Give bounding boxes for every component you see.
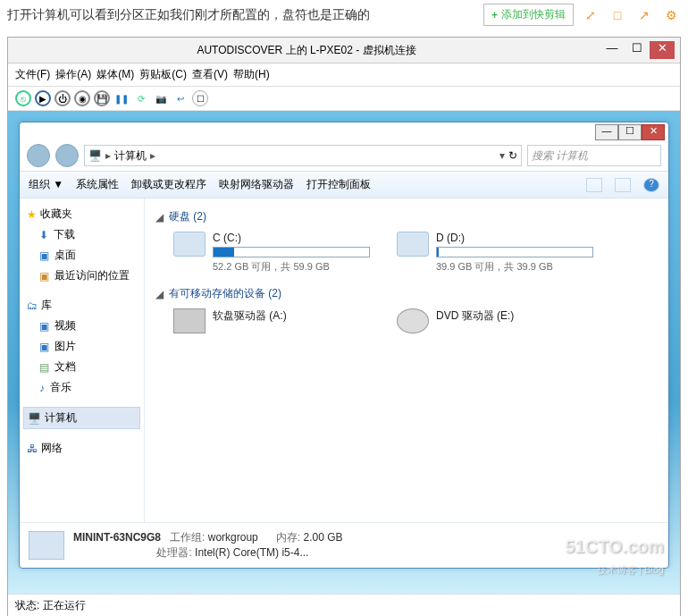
vm-statusbar: 状态: 正在运行 [8, 594, 680, 616]
star-icon: ★ [27, 208, 37, 221]
drive-e-name: DVD 驱动器 (E:) [436, 308, 593, 324]
caption-row: 打开计算机可以看到分区正如我们刚才所配置的，盘符也是正确的 + 添加到快剪辑 ⤢… [0, 0, 688, 30]
refresh-icon[interactable]: ↻ [508, 149, 517, 162]
cpu-value: Intel(R) Core(TM) i5-4... [195, 546, 308, 559]
library-icon: 🗂 [27, 300, 38, 312]
sidebar-pictures[interactable]: ▣图片 [23, 336, 140, 357]
revert-icon[interactable]: ↩ [172, 90, 189, 106]
memory-value: 2.00 GB [303, 531, 342, 544]
chevron-down-icon: ◢ [155, 288, 164, 300]
watermark-main: 51CTO.com [565, 536, 664, 557]
control-panel-button[interactable]: 打开控制面板 [306, 177, 371, 192]
expand-icon[interactable]: ⤢ [581, 5, 600, 25]
nav-pane: ★收藏夹 ⬇下载 ▣桌面 ▣最近访问的位置 🗂库 ▣视频 ▣图片 ▤文档 ♪音乐… [20, 198, 145, 522]
export-icon[interactable]: ↗ [634, 5, 654, 25]
explorer-maximize-button[interactable]: ☐ [618, 124, 642, 140]
explorer-window: — ☐ ✕ 🖥️ ▸ 计算机 ▸ ▾ ↻ 搜索 计算机 [19, 122, 669, 569]
menu-media[interactable]: 媒体(M) [96, 67, 134, 82]
nav-forward-button[interactable] [55, 144, 79, 167]
sidebar-documents[interactable]: ▤文档 [23, 357, 140, 377]
guest-desktop: — ☐ ✕ 🖥️ ▸ 计算机 ▸ ▾ ↻ 搜索 计算机 [8, 111, 680, 594]
status-label: 状态: [15, 599, 39, 612]
hdd-icon [397, 232, 429, 257]
drive-e[interactable]: DVD 驱动器 (E:) [397, 308, 593, 333]
content-pane: ◢硬盘 (2) C (C:) 52.2 GB 可用，共 59.9 GB [145, 198, 668, 522]
reset-icon[interactable]: ⟳ [133, 90, 149, 106]
menu-view[interactable]: 查看(V) [192, 67, 228, 82]
desktop-icon: ▣ [39, 249, 49, 262]
music-icon: ♪ [39, 382, 45, 394]
help-icon[interactable]: ? [643, 178, 659, 192]
command-bar: 组织 ▼ 系统属性 卸载或更改程序 映射网络驱动器 打开控制面板 ? [20, 171, 668, 198]
map-network-button[interactable]: 映射网络驱动器 [219, 177, 294, 192]
shutdown-icon[interactable]: ◉ [74, 90, 90, 106]
chevron-down-icon[interactable]: ▾ [499, 149, 505, 162]
watermark-sub: 技术博客 | Blog [597, 564, 664, 575]
computer-icon: 🖥️ [28, 412, 41, 425]
vm-toolbar: ⎋ ▶ ⏻ ◉ 💾 ❚❚ ⟳ 📷 ↩ ☐ [8, 87, 680, 111]
sidebar-network[interactable]: 🖧网络 [23, 438, 140, 459]
start-icon[interactable]: ▶ [35, 90, 51, 106]
breadcrumb-computer[interactable]: 计算机 [114, 148, 147, 164]
vm-minimize-button[interactable]: — [600, 41, 625, 59]
organize-button[interactable]: 组织 ▼ [29, 177, 63, 192]
caption-text: 打开计算机可以看到分区正如我们刚才所配置的，盘符也是正确的 [7, 7, 370, 23]
memory-label: 内存: [276, 531, 300, 544]
drive-d[interactable]: D (D:) 39.9 GB 可用，共 39.9 GB [397, 232, 593, 274]
drive-c[interactable]: C (C:) 52.2 GB 可用，共 59.9 GB [173, 232, 370, 274]
enhanced-icon[interactable]: ☐ [192, 90, 208, 106]
search-input[interactable]: 搜索 计算机 [527, 145, 661, 166]
preview-pane-button[interactable] [615, 178, 631, 192]
view-icons-button[interactable] [586, 178, 602, 192]
status-value: 正在运行 [43, 599, 86, 612]
add-to-clip-label: 添加到快剪辑 [501, 7, 566, 22]
drive-d-free: 39.9 GB 可用，共 39.9 GB [436, 260, 593, 274]
drive-d-usage-bar [436, 247, 593, 257]
pause-icon[interactable]: ❚❚ [113, 90, 130, 106]
section-removable[interactable]: ◢有可移动存储的设备 (2) [155, 286, 658, 301]
sidebar-videos[interactable]: ▣视频 [23, 316, 140, 336]
explorer-minimize-button[interactable]: — [595, 124, 618, 140]
maximize-icon[interactable]: □ [608, 5, 627, 25]
sidebar-downloads[interactable]: ⬇下载 [23, 224, 140, 245]
computer-icon [29, 531, 64, 560]
address-bar[interactable]: 🖥️ ▸ 计算机 ▸ ▾ ↻ [84, 145, 522, 166]
system-properties-button[interactable]: 系统属性 [76, 177, 119, 192]
sidebar-libraries[interactable]: 🗂库 [23, 295, 140, 316]
picture-icon: ▣ [39, 341, 49, 353]
menu-file[interactable]: 文件(F) [15, 67, 50, 82]
vm-menubar: 文件(F) 操作(A) 媒体(M) 剪贴板(C) 查看(V) 帮助(H) [8, 63, 680, 87]
uninstall-button[interactable]: 卸载或更改程序 [131, 177, 206, 192]
network-icon: 🖧 [27, 443, 38, 455]
ctrl-alt-del-icon[interactable]: ⎋ [15, 90, 31, 106]
plus-icon: + [491, 9, 498, 21]
menu-help[interactable]: 帮助(H) [233, 67, 270, 82]
section-hdd[interactable]: ◢硬盘 (2) [155, 209, 658, 224]
add-to-clip-button[interactable]: + 添加到快剪辑 [483, 4, 574, 26]
vm-titlebar: AUTODISCOVER 上的 L-PXE02 - 虚拟机连接 — ☐ ✕ [8, 38, 680, 63]
menu-clipboard[interactable]: 剪贴板(C) [139, 67, 187, 82]
vm-maximize-button[interactable]: ☐ [625, 41, 650, 59]
sidebar-favorites[interactable]: ★收藏夹 [23, 204, 140, 224]
chevron-right-icon: ▸ [150, 149, 155, 162]
chevron-down-icon: ◢ [155, 211, 164, 224]
cpu-label: 处理器: [156, 546, 191, 559]
video-icon: ▣ [39, 320, 49, 333]
sidebar-computer[interactable]: 🖥️计算机 [23, 407, 140, 429]
watermark: 51CTO.com 技术博客 | Blog [565, 536, 664, 578]
menu-action[interactable]: 操作(A) [55, 67, 91, 82]
explorer-close-button[interactable]: ✕ [642, 124, 665, 140]
nav-back-button[interactable] [27, 144, 50, 167]
hdd-icon [173, 232, 206, 257]
sidebar-desktop[interactable]: ▣桌面 [23, 245, 140, 266]
drive-a-name: 软盘驱动器 (A:) [213, 308, 370, 324]
vm-close-button[interactable]: ✕ [650, 41, 675, 59]
save-icon[interactable]: 💾 [94, 90, 110, 106]
turnoff-icon[interactable]: ⏻ [55, 90, 71, 106]
checkpoint-icon[interactable]: 📷 [153, 90, 169, 106]
drive-a[interactable]: 软盘驱动器 (A:) [173, 308, 370, 333]
sidebar-music[interactable]: ♪音乐 [23, 377, 140, 398]
settings-icon[interactable]: ⚙ [661, 5, 681, 25]
search-placeholder: 搜索 计算机 [532, 148, 588, 164]
sidebar-recent[interactable]: ▣最近访问的位置 [23, 266, 140, 286]
